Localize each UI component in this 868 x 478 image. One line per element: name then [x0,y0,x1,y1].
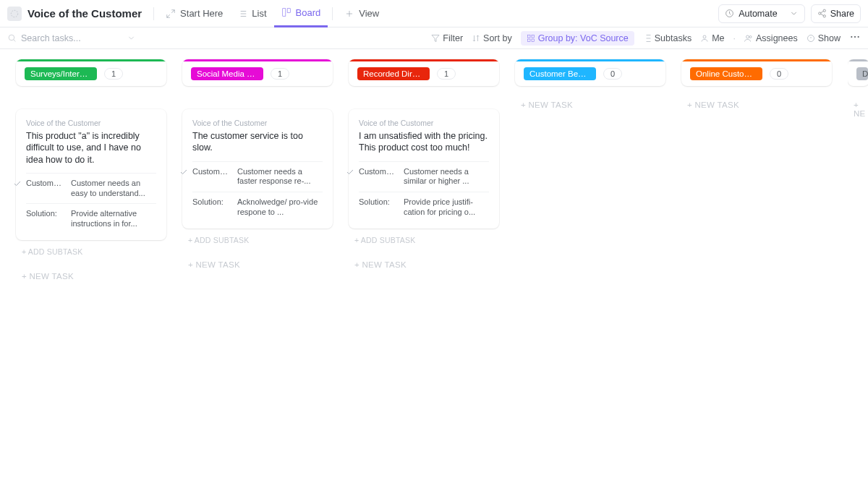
column-name-badge: Dir [856,67,868,80]
check-icon [13,179,23,189]
divider [153,7,154,20]
new-task-button[interactable]: + NEW TASK [182,252,333,278]
column-name-badge: Online Custome... [690,67,762,80]
sub-row-value: Provide price justifi-cation for pricing… [404,197,489,218]
sort-button[interactable]: Sort by [472,33,512,43]
sub-row-value: Customer needs an easy to understand... [71,179,156,199]
svg-rect-20 [527,35,530,38]
task-card[interactable]: Voice of the CustomerThe customer servic… [182,109,333,229]
page-icon [7,7,22,21]
add-subtask-button[interactable]: + ADD SUBTASK [16,240,166,263]
more-horizontal-icon [849,31,861,43]
tab-label: View [359,8,379,19]
page-title: Voice of the Customer [27,7,142,20]
show-button[interactable]: Show [807,33,841,43]
sub-row-label: Customer ... [26,179,65,187]
svg-point-25 [746,35,749,38]
add-subtask-button[interactable]: + ADD SUBTASK [349,229,499,252]
new-task-button[interactable]: + NEW TASK [515,86,665,124]
toolbar: Filter Sort by Group by: VoC Source Subt… [0,27,868,49]
tab-label: List [252,8,266,19]
group-icon [527,34,535,43]
chevron-down-icon[interactable] [127,33,136,43]
people-icon [744,34,753,43]
me-button[interactable]: Me [700,33,724,43]
svg-rect-7 [282,9,285,17]
new-task-button[interactable]: + NEW TASK [16,263,166,289]
board-column: Surveys/Intervie...1Voice of the Custome… [16,59,166,289]
svg-line-15 [820,12,823,13]
card-sub-row[interactable]: Customer ...Customer needs an easy to un… [26,173,156,204]
automate-button[interactable]: Automate [718,4,805,23]
tab-label: Start Here [180,8,223,19]
card-title: This product "a" is incredibly difficult… [26,130,156,166]
board-area: Surveys/Intervie...1Voice of the Custome… [0,49,868,289]
column-name-badge: Recorded Direct... [357,67,430,80]
share-label: Share [830,9,854,19]
svg-line-16 [820,14,823,15]
svg-point-13 [818,12,820,14]
board-column: Social Media Fe...1Voice of the Customer… [182,59,333,278]
assignees-button[interactable]: Assignees [744,33,798,43]
separator-dot: · [733,33,736,43]
svg-rect-22 [527,39,530,42]
share-button[interactable]: Share [811,4,861,23]
tab-add-view[interactable]: View [337,0,386,27]
card-list-label: Voice of the Customer [359,119,489,127]
automate-label: Automate [739,9,778,19]
column-header[interactable]: Social Media Fe...1 [182,59,333,86]
column-header[interactable]: Online Custome...0 [681,59,832,86]
add-subtask-button[interactable]: + ADD SUBTASK [182,229,333,252]
card-sub-row[interactable]: Customer ...Customer needs a faster resp… [192,161,323,192]
search-input[interactable] [21,33,115,43]
sub-row-label: Customer ... [359,167,398,176]
column-header[interactable]: Customer Behav...0 [515,59,665,86]
column-header[interactable]: Recorded Direct...1 [349,59,499,86]
tab-list[interactable]: List [230,0,273,27]
subtasks-button[interactable]: Subtasks [643,33,692,43]
new-task-button[interactable]: + NEW TASK [681,86,832,124]
card-sub-row[interactable]: Solution:Acknolwedge/ pro-vide respone t… [192,192,323,223]
search-wrap[interactable] [7,33,136,43]
sub-row-label: Solution: [26,209,65,218]
tab-start-here[interactable]: Start Here [158,0,230,27]
card-sub-row[interactable]: Customer ...Customer needs a similar or … [359,161,489,192]
card-sub-row[interactable]: Solution:Provide price justifi-cation fo… [359,192,489,223]
task-card[interactable]: Voice of the CustomerThis product "a" is… [16,109,166,240]
svg-rect-8 [287,9,290,13]
new-task-button[interactable]: + NE [848,86,868,132]
column-header[interactable]: Surveys/Intervie...1 [16,59,166,86]
board-column: Customer Behav...0+ NEW TASK [515,59,665,124]
sub-row-label: Solution: [192,197,231,206]
card-title: The customer service is too slow. [192,130,323,154]
sort-label: Sort by [483,33,512,43]
view-tabs: Start Here List Board View [158,0,386,27]
column-header[interactable]: Dir [848,59,868,86]
column-name-badge: Social Media Fe... [191,67,263,80]
toolbar-right: Filter Sort by Group by: VoC Source Subt… [431,31,861,46]
column-name-badge: Customer Behav... [524,67,596,80]
card-list-label: Voice of the Customer [192,119,323,127]
group-by-button[interactable]: Group by: VoC Source [521,31,634,46]
new-task-button[interactable]: + NEW TASK [349,252,499,278]
card-sub-row[interactable]: Solution:Provide alternative instruction… [26,203,156,234]
filter-icon [431,34,440,43]
search-icon [7,33,17,43]
me-label: Me [712,33,724,43]
header-right: Automate Share [718,4,861,23]
filter-button[interactable]: Filter [431,33,463,43]
column-name-badge: Surveys/Intervie... [25,67,97,80]
svg-point-0 [11,10,17,17]
sort-icon [472,34,480,43]
filter-label: Filter [443,33,463,43]
svg-point-29 [851,36,852,38]
task-card[interactable]: Voice of the CustomerI am unsatisfied wi… [349,109,499,229]
tab-board[interactable]: Board [274,0,328,27]
svg-point-14 [823,15,825,17]
sub-row-value: Customer needs a faster response re-... [237,167,323,187]
group-label: Group by: VoC Source [538,33,629,43]
more-button[interactable] [849,31,861,45]
svg-marker-19 [432,35,439,41]
show-icon [807,34,815,43]
chevron-down-icon [789,9,799,18]
